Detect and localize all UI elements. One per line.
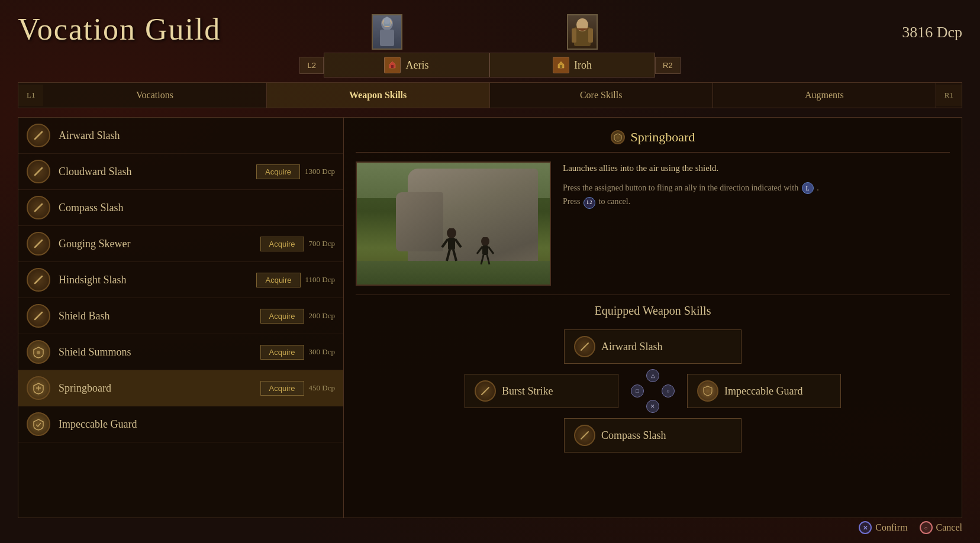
currency-display: 3816 Dcp: [902, 24, 962, 41]
skill-name-impeccable: Impeccable Guard: [59, 418, 335, 431]
svg-line-34: [477, 247, 482, 254]
cancel-button[interactable]: ○ Cancel: [920, 521, 962, 534]
skill-name-gouging: Gouging Skewer: [59, 238, 260, 250]
l-button-hint: L: [802, 182, 814, 194]
skill-name-shield-summons: Shield Summons: [59, 346, 260, 358]
equipped-bottom-name: Compass Slash: [601, 429, 666, 442]
svg-line-37: [487, 255, 489, 264]
aeris-tab[interactable]: Aeris: [324, 53, 489, 77]
iroh-tab[interactable]: Iroh: [489, 53, 655, 77]
skill-gouging-skewer[interactable]: Gouging Skewer Acquire 700 Dcp: [18, 226, 343, 262]
square-btn[interactable]: □: [631, 384, 644, 397]
tab-core-skills[interactable]: Core Skills: [490, 83, 713, 108]
skill-acquire-cloudward: Acquire 1300 Dcp: [256, 164, 335, 179]
equipped-section: Equipped Weapon Skills Airward Slash: [356, 295, 950, 452]
tab-vocations[interactable]: Vocations: [43, 83, 266, 108]
equipped-right-name: Impeccable Guard: [724, 385, 802, 397]
skill-acquire-shield-summons: Acquire 300 Dcp: [260, 345, 336, 360]
equipped-right-icon: [697, 380, 718, 402]
skill-icon-airward: [27, 124, 50, 147]
svg-rect-33: [482, 245, 488, 255]
svg-line-36: [481, 255, 483, 264]
equipped-left-slot[interactable]: Burst Strike: [465, 374, 618, 408]
svg-rect-10: [560, 65, 562, 68]
skill-icon-springboard: [27, 376, 50, 400]
svg-line-28: [442, 239, 448, 247]
skill-shield-summons[interactable]: Shield Summons Acquire 300 Dcp: [18, 334, 343, 370]
equipped-top-name: Airward Slash: [601, 341, 662, 353]
skill-icon-gouging: [27, 232, 50, 256]
nav-tabs: L1 Vocations Weapon Skills Core Skills A…: [18, 82, 962, 108]
equipped-bottom-icon: [574, 425, 595, 446]
acquire-springboard-btn[interactable]: Acquire: [260, 381, 304, 396]
equipped-bottom-slot[interactable]: Compass Slash: [564, 418, 742, 452]
confirm-icon: ✕: [859, 521, 872, 534]
skill-name-compass: Compass Slash: [59, 202, 335, 214]
svg-line-17: [35, 240, 42, 247]
acquire-cloudward-btn[interactable]: Acquire: [256, 164, 300, 179]
skill-hindsight-slash[interactable]: Hindsight Slash Acquire 1100 Dcp: [18, 262, 343, 298]
svg-line-40: [482, 387, 489, 395]
skill-cloudward-slash[interactable]: Cloudward Slash Acquire 1300 Dcp: [18, 154, 343, 190]
cancel-label: Cancel: [936, 522, 962, 533]
skill-acquire-shield-bash: Acquire 200 Dcp: [260, 309, 336, 324]
acquire-shield-bash-cost: 200 Dcp: [309, 311, 335, 321]
skill-shield-bash[interactable]: Shield Bash Acquire 200 Dcp: [18, 298, 343, 334]
svg-line-42: [581, 432, 588, 439]
equipped-right-slot[interactable]: Impeccable Guard: [687, 374, 841, 408]
cross-btn[interactable]: ✕: [646, 400, 659, 413]
equipped-top-slot[interactable]: Airward Slash: [564, 329, 742, 364]
acquire-shield-summons-btn[interactable]: Acquire: [260, 345, 304, 360]
skill-name-cloudward: Cloudward Slash: [59, 166, 256, 178]
svg-rect-8: [588, 28, 593, 43]
circle-btn[interactable]: ○: [662, 384, 675, 397]
l1-button[interactable]: L1: [18, 85, 43, 106]
svg-line-35: [488, 247, 494, 254]
triangle-btn[interactable]: △: [646, 369, 659, 382]
acquire-shield-bash-btn[interactable]: Acquire: [260, 309, 304, 324]
iroh-name: Iroh: [574, 59, 592, 72]
r1-button[interactable]: R1: [936, 85, 962, 106]
detail-skill-name: Springboard: [631, 130, 695, 145]
l2-button[interactable]: L2: [299, 57, 323, 74]
r2-button[interactable]: R2: [655, 57, 681, 74]
right-panel: Springboard: [343, 117, 962, 518]
skill-acquire-hindsight: Acquire 1100 Dcp: [256, 273, 335, 287]
tab-weapon-skills[interactable]: Weapon Skills: [267, 83, 490, 108]
skill-icon-impeccable: [27, 412, 50, 436]
dpad: △ □ ○ ✕: [630, 369, 675, 413]
svg-line-31: [453, 250, 456, 261]
equipped-left-icon: [475, 380, 496, 402]
skill-icon-cloudward: [27, 160, 50, 183]
skill-detail-header: Springboard: [356, 130, 950, 153]
cancel-icon: ○: [920, 521, 933, 534]
acquire-hindsight-btn[interactable]: Acquire: [256, 273, 300, 287]
confirm-button[interactable]: ✕ Confirm: [859, 521, 907, 534]
svg-line-19: [35, 276, 42, 283]
skill-desc-detail: Press the assigned button to fling an al…: [563, 181, 950, 209]
confirm-label: Confirm: [875, 522, 907, 533]
svg-line-11: [35, 132, 42, 139]
svg-rect-27: [448, 238, 455, 250]
tab-augments[interactable]: Augments: [713, 83, 936, 108]
skill-preview: [356, 161, 551, 286]
svg-line-13: [35, 168, 42, 175]
skill-acquire-springboard: Acquire 450 Dcp: [260, 381, 336, 396]
skill-compass-slash[interactable]: Compass Slash: [18, 190, 343, 226]
equipped-title: Equipped Weapon Skills: [356, 304, 950, 318]
svg-line-30: [447, 250, 450, 261]
l2-button-hint: L2: [584, 197, 595, 209]
skill-springboard[interactable]: Springboard Acquire 450 Dcp: [18, 370, 343, 406]
equipped-left-name: Burst Strike: [502, 385, 553, 397]
svg-line-21: [35, 312, 42, 319]
skill-airward-slash[interactable]: Airward Slash: [18, 118, 343, 154]
skill-icon-compass: [27, 196, 50, 219]
acquire-shield-summons-cost: 300 Dcp: [309, 347, 335, 357]
skill-impeccable-guard[interactable]: Impeccable Guard: [18, 406, 343, 442]
svg-line-15: [35, 204, 42, 211]
svg-line-38: [581, 343, 588, 350]
skill-name-shield-bash: Shield Bash: [59, 310, 260, 322]
aeris-name: Aeris: [405, 59, 428, 72]
acquire-gouging-btn[interactable]: Acquire: [260, 237, 304, 251]
equipped-grid: Airward Slash Burst Strike: [356, 329, 950, 452]
